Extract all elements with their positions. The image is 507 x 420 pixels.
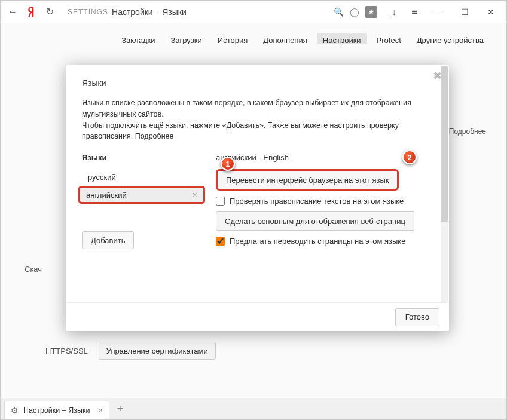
address-prefix: SETTINGS xyxy=(68,8,108,16)
hamburger-menu-icon[interactable]: ≡ xyxy=(405,2,424,22)
language-list-header: Языки xyxy=(82,153,201,162)
manage-certificates-button[interactable]: Управление сертификатами xyxy=(99,342,216,360)
downloads-icon[interactable]: ↓ xyxy=(384,2,404,22)
active-tab[interactable]: ⚙ Настройки – Языки × xyxy=(4,401,109,419)
bg-download-label: Скач xyxy=(25,265,42,274)
languages-dialog: ✖ Языки Языки в списке расположены в так… xyxy=(66,65,449,331)
shield-icon[interactable]: ◯ xyxy=(350,7,359,17)
bookmark-star-icon[interactable]: ★ xyxy=(365,6,377,18)
translate-ui-button[interactable]: Перевести интерфейс браузера на этот язы… xyxy=(216,169,399,191)
back-button[interactable]: ← xyxy=(3,2,22,22)
maximize-button[interactable]: ☐ xyxy=(451,2,478,22)
close-button[interactable]: ✕ xyxy=(478,2,504,22)
dialog-more-link[interactable]: Подробнее xyxy=(135,132,174,140)
selected-language-title: английский - English xyxy=(216,153,433,162)
callout-1: 1 xyxy=(221,157,235,171)
dialog-title: Языки xyxy=(82,78,433,88)
spellcheck-checkbox-row[interactable]: Проверять правописание текстов на этом я… xyxy=(216,197,433,206)
spellcheck-checkbox[interactable] xyxy=(216,197,225,206)
dialog-footer: Готово xyxy=(66,302,449,331)
minimize-button[interactable]: — xyxy=(425,2,451,22)
remove-language-icon[interactable]: × xyxy=(193,190,197,200)
callout-2: 2 xyxy=(402,150,417,164)
language-list: Языки русский английский × Добавить xyxy=(82,153,201,294)
gear-icon: ⚙ xyxy=(11,406,19,415)
tab-close-icon[interactable]: × xyxy=(98,406,103,415)
offer-translate-checkbox-row[interactable]: Предлагать переводить страницы на этом я… xyxy=(216,237,433,246)
add-language-button[interactable]: Добавить xyxy=(82,231,134,249)
search-icon[interactable]: 🔍 xyxy=(334,7,344,17)
language-detail-panel: английский - English Перевести интерфейс… xyxy=(216,153,433,294)
address-title: Настройки – Языки xyxy=(112,7,187,17)
reload-button[interactable]: ↻ xyxy=(40,2,59,22)
browser-toolbar: ← ↻ SETTINGS Настройки – Языки 🔍 ◯ ★ ↓ ≡… xyxy=(1,1,506,23)
done-button[interactable]: Готово xyxy=(395,308,439,326)
https-ssl-label: HTTPS/SSL xyxy=(45,347,88,355)
dialog-description: Языки в списке расположены в таком поряд… xyxy=(82,97,433,142)
language-row-english[interactable]: английский × xyxy=(78,186,205,204)
tab-strip: ⚙ Настройки – Языки × + xyxy=(1,398,506,419)
new-tab-button[interactable]: + xyxy=(113,402,127,416)
tab-label: Настройки – Языки xyxy=(23,406,90,415)
bg-more-link[interactable]: Подробнее xyxy=(449,127,486,136)
set-default-pages-button[interactable]: Сделать основным для отображения веб-стр… xyxy=(216,211,414,231)
language-row-russian[interactable]: русский xyxy=(82,168,201,186)
offer-translate-checkbox[interactable] xyxy=(216,237,225,246)
address-bar[interactable]: SETTINGS Настройки – Языки 🔍 ◯ ★ xyxy=(64,4,381,20)
yandex-logo[interactable] xyxy=(23,6,40,18)
dialog-scrollbar-thumb[interactable] xyxy=(441,66,448,222)
